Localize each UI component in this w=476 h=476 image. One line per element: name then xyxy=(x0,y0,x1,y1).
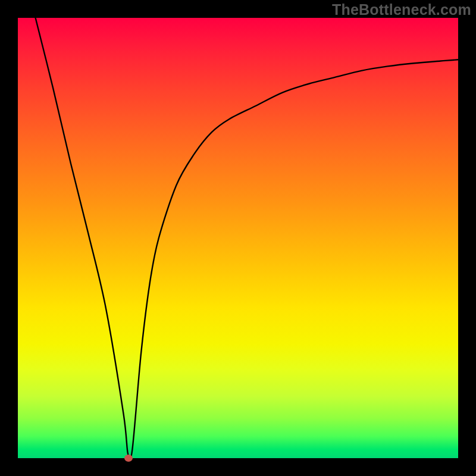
curve-svg xyxy=(18,18,458,458)
bottleneck-curve xyxy=(36,18,458,458)
minimum-marker xyxy=(124,455,133,462)
chart-frame: TheBottleneck.com xyxy=(0,0,476,476)
plot-area xyxy=(18,18,458,458)
watermark-text: TheBottleneck.com xyxy=(332,1,471,18)
